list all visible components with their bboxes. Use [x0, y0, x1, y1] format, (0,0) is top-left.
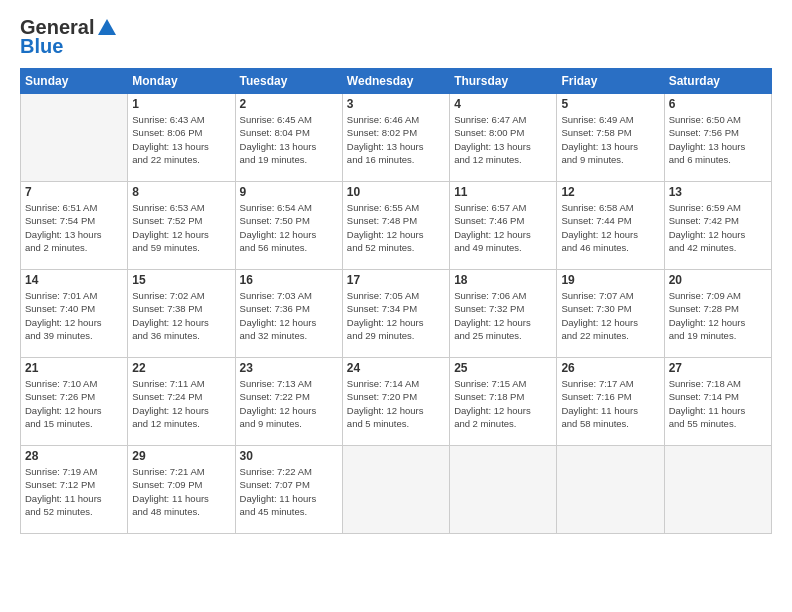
calendar-cell: 30Sunrise: 7:22 AMSunset: 7:07 PMDayligh…	[235, 446, 342, 534]
day-info: Sunrise: 6:58 AMSunset: 7:44 PMDaylight:…	[561, 201, 659, 254]
calendar-cell: 3Sunrise: 6:46 AMSunset: 8:02 PMDaylight…	[342, 94, 449, 182]
day-header-thursday: Thursday	[450, 69, 557, 94]
calendar-week-1: 1Sunrise: 6:43 AMSunset: 8:06 PMDaylight…	[21, 94, 772, 182]
day-number: 7	[25, 185, 123, 199]
day-info: Sunrise: 6:49 AMSunset: 7:58 PMDaylight:…	[561, 113, 659, 166]
logo: General Blue	[20, 16, 118, 58]
calendar-cell: 26Sunrise: 7:17 AMSunset: 7:16 PMDayligh…	[557, 358, 664, 446]
calendar-cell: 20Sunrise: 7:09 AMSunset: 7:28 PMDayligh…	[664, 270, 771, 358]
calendar-week-2: 7Sunrise: 6:51 AMSunset: 7:54 PMDaylight…	[21, 182, 772, 270]
calendar-cell	[664, 446, 771, 534]
day-info: Sunrise: 6:59 AMSunset: 7:42 PMDaylight:…	[669, 201, 767, 254]
day-info: Sunrise: 7:02 AMSunset: 7:38 PMDaylight:…	[132, 289, 230, 342]
calendar-cell: 14Sunrise: 7:01 AMSunset: 7:40 PMDayligh…	[21, 270, 128, 358]
day-number: 24	[347, 361, 445, 375]
calendar-cell: 13Sunrise: 6:59 AMSunset: 7:42 PMDayligh…	[664, 182, 771, 270]
day-info: Sunrise: 7:10 AMSunset: 7:26 PMDaylight:…	[25, 377, 123, 430]
day-number: 1	[132, 97, 230, 111]
calendar-week-5: 28Sunrise: 7:19 AMSunset: 7:12 PMDayligh…	[21, 446, 772, 534]
day-number: 18	[454, 273, 552, 287]
day-number: 8	[132, 185, 230, 199]
day-number: 12	[561, 185, 659, 199]
day-number: 30	[240, 449, 338, 463]
day-number: 26	[561, 361, 659, 375]
day-number: 22	[132, 361, 230, 375]
day-info: Sunrise: 7:17 AMSunset: 7:16 PMDaylight:…	[561, 377, 659, 430]
day-number: 13	[669, 185, 767, 199]
day-info: Sunrise: 6:50 AMSunset: 7:56 PMDaylight:…	[669, 113, 767, 166]
calendar-header-row: SundayMondayTuesdayWednesdayThursdayFrid…	[21, 69, 772, 94]
svg-marker-0	[98, 19, 116, 35]
day-header-monday: Monday	[128, 69, 235, 94]
day-number: 25	[454, 361, 552, 375]
calendar-week-4: 21Sunrise: 7:10 AMSunset: 7:26 PMDayligh…	[21, 358, 772, 446]
day-number: 15	[132, 273, 230, 287]
day-info: Sunrise: 6:45 AMSunset: 8:04 PMDaylight:…	[240, 113, 338, 166]
day-number: 11	[454, 185, 552, 199]
calendar-cell: 25Sunrise: 7:15 AMSunset: 7:18 PMDayligh…	[450, 358, 557, 446]
day-info: Sunrise: 6:46 AMSunset: 8:02 PMDaylight:…	[347, 113, 445, 166]
day-header-saturday: Saturday	[664, 69, 771, 94]
calendar-cell	[342, 446, 449, 534]
page: General Blue SundayMondayTuesdayWednesda…	[0, 0, 792, 612]
header: General Blue	[20, 16, 772, 58]
day-info: Sunrise: 6:57 AMSunset: 7:46 PMDaylight:…	[454, 201, 552, 254]
day-info: Sunrise: 7:19 AMSunset: 7:12 PMDaylight:…	[25, 465, 123, 518]
calendar-cell	[557, 446, 664, 534]
calendar-cell: 24Sunrise: 7:14 AMSunset: 7:20 PMDayligh…	[342, 358, 449, 446]
calendar-cell: 23Sunrise: 7:13 AMSunset: 7:22 PMDayligh…	[235, 358, 342, 446]
calendar-cell: 18Sunrise: 7:06 AMSunset: 7:32 PMDayligh…	[450, 270, 557, 358]
day-number: 16	[240, 273, 338, 287]
day-number: 9	[240, 185, 338, 199]
day-number: 2	[240, 97, 338, 111]
calendar-cell: 22Sunrise: 7:11 AMSunset: 7:24 PMDayligh…	[128, 358, 235, 446]
day-info: Sunrise: 7:09 AMSunset: 7:28 PMDaylight:…	[669, 289, 767, 342]
day-header-wednesday: Wednesday	[342, 69, 449, 94]
day-number: 23	[240, 361, 338, 375]
day-number: 5	[561, 97, 659, 111]
day-info: Sunrise: 6:55 AMSunset: 7:48 PMDaylight:…	[347, 201, 445, 254]
calendar-week-3: 14Sunrise: 7:01 AMSunset: 7:40 PMDayligh…	[21, 270, 772, 358]
calendar-cell: 6Sunrise: 6:50 AMSunset: 7:56 PMDaylight…	[664, 94, 771, 182]
calendar-cell	[450, 446, 557, 534]
day-info: Sunrise: 6:54 AMSunset: 7:50 PMDaylight:…	[240, 201, 338, 254]
day-info: Sunrise: 7:06 AMSunset: 7:32 PMDaylight:…	[454, 289, 552, 342]
day-number: 6	[669, 97, 767, 111]
calendar-cell: 9Sunrise: 6:54 AMSunset: 7:50 PMDaylight…	[235, 182, 342, 270]
calendar-cell	[21, 94, 128, 182]
calendar-cell: 10Sunrise: 6:55 AMSunset: 7:48 PMDayligh…	[342, 182, 449, 270]
calendar-cell: 28Sunrise: 7:19 AMSunset: 7:12 PMDayligh…	[21, 446, 128, 534]
day-info: Sunrise: 7:05 AMSunset: 7:34 PMDaylight:…	[347, 289, 445, 342]
calendar-table: SundayMondayTuesdayWednesdayThursdayFrid…	[20, 68, 772, 534]
day-info: Sunrise: 7:13 AMSunset: 7:22 PMDaylight:…	[240, 377, 338, 430]
day-info: Sunrise: 7:14 AMSunset: 7:20 PMDaylight:…	[347, 377, 445, 430]
day-info: Sunrise: 6:43 AMSunset: 8:06 PMDaylight:…	[132, 113, 230, 166]
calendar-body: 1Sunrise: 6:43 AMSunset: 8:06 PMDaylight…	[21, 94, 772, 534]
day-header-friday: Friday	[557, 69, 664, 94]
day-info: Sunrise: 7:01 AMSunset: 7:40 PMDaylight:…	[25, 289, 123, 342]
day-number: 3	[347, 97, 445, 111]
calendar-cell: 12Sunrise: 6:58 AMSunset: 7:44 PMDayligh…	[557, 182, 664, 270]
calendar-cell: 21Sunrise: 7:10 AMSunset: 7:26 PMDayligh…	[21, 358, 128, 446]
calendar-cell: 27Sunrise: 7:18 AMSunset: 7:14 PMDayligh…	[664, 358, 771, 446]
calendar-cell: 15Sunrise: 7:02 AMSunset: 7:38 PMDayligh…	[128, 270, 235, 358]
day-info: Sunrise: 6:51 AMSunset: 7:54 PMDaylight:…	[25, 201, 123, 254]
calendar-cell: 1Sunrise: 6:43 AMSunset: 8:06 PMDaylight…	[128, 94, 235, 182]
day-number: 27	[669, 361, 767, 375]
day-info: Sunrise: 6:47 AMSunset: 8:00 PMDaylight:…	[454, 113, 552, 166]
day-header-tuesday: Tuesday	[235, 69, 342, 94]
day-number: 17	[347, 273, 445, 287]
calendar-cell: 8Sunrise: 6:53 AMSunset: 7:52 PMDaylight…	[128, 182, 235, 270]
day-info: Sunrise: 7:11 AMSunset: 7:24 PMDaylight:…	[132, 377, 230, 430]
calendar-cell: 4Sunrise: 6:47 AMSunset: 8:00 PMDaylight…	[450, 94, 557, 182]
day-number: 19	[561, 273, 659, 287]
day-number: 28	[25, 449, 123, 463]
day-info: Sunrise: 7:15 AMSunset: 7:18 PMDaylight:…	[454, 377, 552, 430]
day-info: Sunrise: 6:53 AMSunset: 7:52 PMDaylight:…	[132, 201, 230, 254]
calendar-cell: 17Sunrise: 7:05 AMSunset: 7:34 PMDayligh…	[342, 270, 449, 358]
day-info: Sunrise: 7:03 AMSunset: 7:36 PMDaylight:…	[240, 289, 338, 342]
day-info: Sunrise: 7:21 AMSunset: 7:09 PMDaylight:…	[132, 465, 230, 518]
calendar-cell: 16Sunrise: 7:03 AMSunset: 7:36 PMDayligh…	[235, 270, 342, 358]
logo-blue: Blue	[20, 35, 63, 58]
day-info: Sunrise: 7:07 AMSunset: 7:30 PMDaylight:…	[561, 289, 659, 342]
